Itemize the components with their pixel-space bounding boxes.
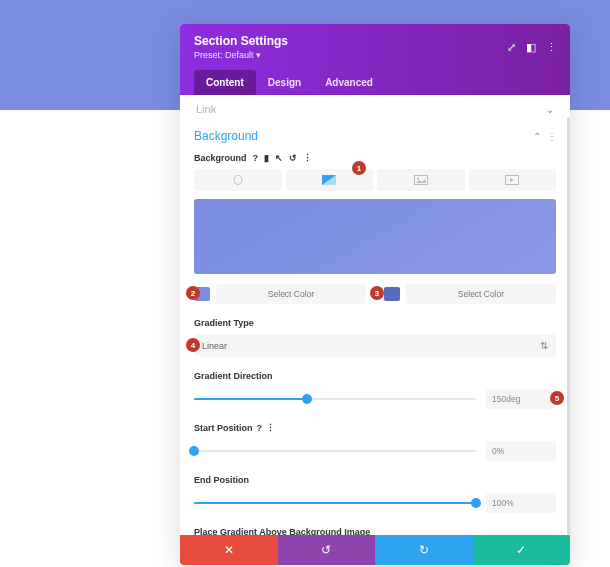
color-stop-2: Select Color [384, 284, 556, 304]
badge-1: 1 [352, 161, 366, 175]
badge-5: 5 [550, 391, 564, 405]
direction-track[interactable] [194, 398, 476, 400]
color-stops-row: 2 3 Select Color Select Color [194, 284, 556, 304]
panel-footer: ✕ ↺ ↻ ✓ [180, 535, 570, 565]
start-position-label: Start Position ? ⋮ [194, 423, 556, 433]
group-more-icon[interactable]: ⋮ [547, 131, 556, 142]
more-icon[interactable]: ⋮ [546, 41, 556, 54]
direction-thumb[interactable] [302, 394, 312, 404]
save-button[interactable]: ✓ [473, 535, 571, 565]
bg-tab-image[interactable] [377, 169, 465, 191]
preset-label[interactable]: Preset: Default ▾ [194, 50, 288, 60]
panel-header: Section Settings Preset: Default ▾ ⤢ ◧ ⋮… [180, 24, 570, 95]
undo-button[interactable]: ↺ [278, 535, 376, 565]
gradient-type-select[interactable]: 4 Linear ⇅ [194, 334, 556, 357]
badge-2: 2 [186, 286, 200, 300]
chevron-down-icon: ⌄ [546, 104, 554, 115]
end-thumb[interactable] [471, 498, 481, 508]
redo-button[interactable]: ↻ [375, 535, 473, 565]
settings-panel: Section Settings Preset: Default ▾ ⤢ ◧ ⋮… [180, 24, 570, 565]
bg-tab-color[interactable] [194, 169, 282, 191]
cancel-button[interactable]: ✕ [180, 535, 278, 565]
select-color-1[interactable]: Select Color [216, 284, 366, 304]
title-wrap: Section Settings Preset: Default ▾ [194, 34, 288, 60]
start-track[interactable] [194, 450, 476, 452]
start-thumb[interactable] [189, 446, 199, 456]
bg-tab-video[interactable] [469, 169, 557, 191]
group-link[interactable]: Link ⌄ [194, 95, 556, 123]
help-icon[interactable]: ? [253, 153, 259, 163]
badge-3: 3 [370, 286, 384, 300]
gradient-type-label: Gradient Type [194, 318, 556, 328]
tab-design[interactable]: Design [256, 70, 313, 95]
panel-body: Link ⌄ Background ⌃ ⋮ Background ? ▮ ↖ ↺… [180, 95, 570, 535]
group-link-label: Link [196, 103, 216, 115]
field-more-icon[interactable]: ⋮ [266, 423, 274, 433]
end-input[interactable] [486, 493, 556, 513]
direction-input[interactable] [486, 389, 556, 409]
svg-point-2 [417, 178, 419, 180]
panel-title: Section Settings [194, 34, 288, 48]
background-type-tabs: 1 [194, 169, 556, 191]
select-updown-icon: ⇅ [540, 340, 548, 351]
swatch-2[interactable] [384, 287, 400, 301]
start-slider-row [194, 441, 556, 461]
gradient-preview [194, 199, 556, 274]
above-image-label: Place Gradient Above Background Image [194, 527, 556, 535]
background-field-label-row: Background ? ▮ ↖ ↺ ⋮ [194, 153, 556, 163]
background-field-label: Background [194, 153, 247, 163]
expand-icon[interactable]: ⤢ [507, 41, 516, 54]
gradient-direction-label: Gradient Direction [194, 371, 556, 381]
svg-rect-1 [414, 176, 427, 185]
scrollbar[interactable] [567, 117, 570, 535]
end-slider-row [194, 493, 556, 513]
group-background-head[interactable]: Background ⌃ ⋮ [194, 123, 556, 149]
badge-4: 4 [186, 338, 200, 352]
tablet-icon[interactable]: ▮ [264, 153, 269, 163]
reset-icon[interactable]: ↺ [289, 153, 297, 163]
end-position-label: End Position [194, 475, 556, 485]
gradient-type-value: Linear [202, 341, 227, 351]
field-more-icon[interactable]: ⋮ [303, 153, 311, 163]
group-background-label: Background [194, 129, 258, 143]
direction-slider-row: 5 [194, 389, 556, 409]
tab-content[interactable]: Content [194, 70, 256, 95]
hover-icon[interactable]: ↖ [275, 153, 283, 163]
end-track[interactable] [194, 502, 476, 504]
tabs: Content Design Advanced [194, 70, 556, 95]
color-stop-1: Select Color [194, 284, 366, 304]
select-color-2[interactable]: Select Color [406, 284, 556, 304]
header-actions: ⤢ ◧ ⋮ [507, 41, 556, 54]
chevron-up-icon[interactable]: ⌃ [533, 131, 541, 142]
tab-advanced[interactable]: Advanced [313, 70, 385, 95]
columns-icon[interactable]: ◧ [526, 41, 536, 54]
start-input[interactable] [486, 441, 556, 461]
help-icon[interactable]: ? [257, 423, 263, 433]
